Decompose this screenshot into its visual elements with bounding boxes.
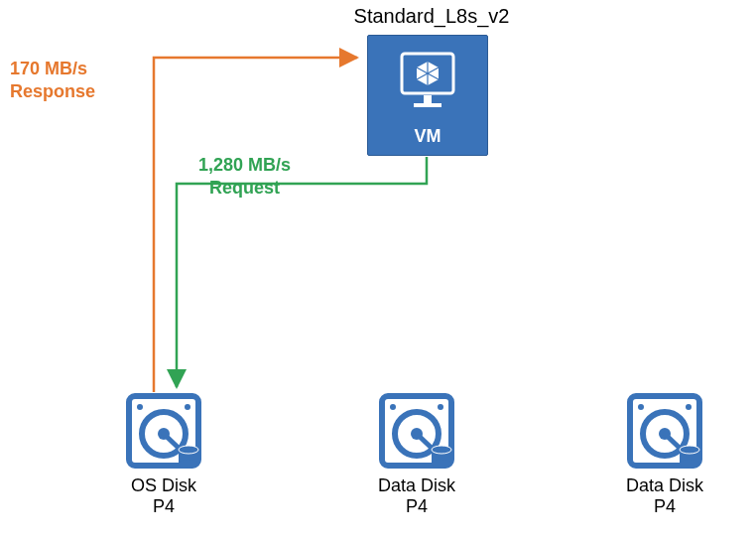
disk-icon (125, 392, 202, 470)
os-disk-node: OS Disk P4 (114, 392, 213, 517)
vm-icon (398, 48, 457, 117)
response-flow-label: 170 MB/s Response (10, 58, 95, 102)
svg-point-11 (185, 404, 190, 410)
os-disk-tier: P4 (114, 496, 213, 517)
svg-point-20 (390, 404, 396, 410)
data-disk-1-label: Data Disk (367, 475, 466, 496)
svg-rect-2 (414, 103, 441, 107)
data-disk-1-node: Data Disk P4 (367, 392, 466, 517)
vm-box-label: VM (368, 126, 487, 147)
svg-point-31 (686, 404, 692, 410)
data-disk-2-tier: P4 (615, 496, 714, 517)
svg-point-15 (179, 460, 198, 468)
svg-point-30 (638, 404, 644, 410)
response-arrow (154, 58, 357, 392)
svg-point-25 (432, 460, 451, 468)
svg-point-21 (438, 404, 443, 410)
response-value: 170 MB/s (10, 59, 87, 78)
data-disk-1-tier: P4 (367, 496, 466, 517)
disk-icon (378, 392, 455, 470)
request-value: 1,280 MB/s (198, 155, 291, 175)
os-disk-label: OS Disk (114, 475, 213, 496)
svg-point-10 (137, 404, 143, 410)
request-flow-label: 1,280 MB/s Request (198, 154, 291, 199)
disk-icon (626, 392, 703, 470)
data-disk-2-label: Data Disk (615, 475, 714, 496)
svg-point-35 (680, 460, 699, 468)
data-disk-2-node: Data Disk P4 (615, 392, 714, 517)
svg-rect-1 (424, 95, 432, 103)
vm-title: Standard_L8s_v2 (352, 5, 511, 28)
request-text: Request (209, 178, 280, 198)
response-text: Response (10, 81, 95, 101)
vm-node: VM (367, 35, 488, 156)
